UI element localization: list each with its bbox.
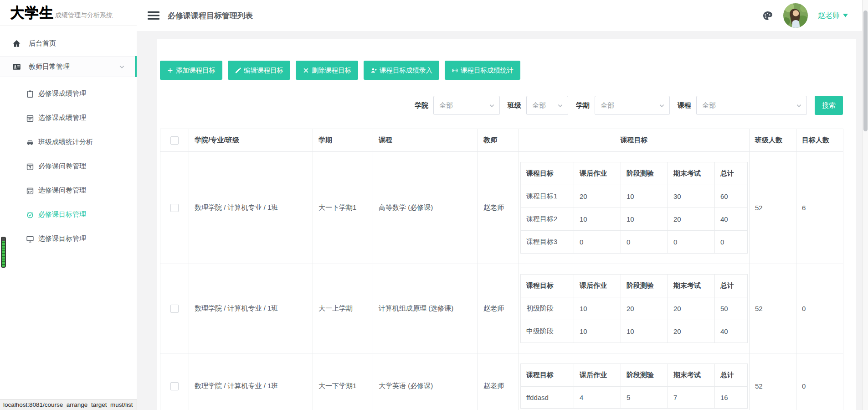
calendar-question-icon xyxy=(26,162,34,171)
alarm-check-icon xyxy=(26,211,34,219)
goal-table: 课程目标 课后作业 阶段测验 期末考试 总计 ffddasd45716 xyxy=(520,363,748,409)
goal-col-name: 课程目标 xyxy=(521,275,574,297)
filter-bar: 学院 全部 班级 全部 学期 全部 课程 全部 搜索 xyxy=(160,96,843,115)
col-header-class: 学院/专业/班级 xyxy=(189,129,313,152)
cell-goals: 课程目标 课后作业 阶段测验 期末考试 总计 课程目标120103060 课程目… xyxy=(519,152,750,264)
sidebar-subitem-0[interactable]: 必修课成绩管理 xyxy=(0,82,137,106)
goal-col-name: 课程目标 xyxy=(521,364,574,387)
filter-course: 课程 全部 xyxy=(678,96,807,115)
sidebar-subitem-4[interactable]: 选修课问卷管理 xyxy=(0,178,137,202)
cell-teacher: 赵老师 xyxy=(478,353,519,410)
toolbar: 添加课程目标 编辑课程目标 删除课程目标 课程目标成绩录入 课程目标成绩统计 xyxy=(160,61,843,80)
course-goal-table: 学院/专业/班级 学期 课程 教师 课程目标 班级人数 目标人数 数理学院 / … xyxy=(160,129,843,410)
goal-header-row: 课程目标 课后作业 阶段测验 期末考试 总计 xyxy=(521,364,748,387)
goal-col-final-exam: 期末考试 xyxy=(668,275,715,297)
close-icon xyxy=(303,67,309,74)
cell-class: 数理学院 / 计算机专业 / 1班 xyxy=(189,152,313,264)
goal-col-name: 课程目标 xyxy=(521,162,574,185)
cell-goals: 课程目标 课后作业 阶段测验 期末考试 总计 初级阶段10202050 中级阶段… xyxy=(519,264,750,353)
filter-select[interactable]: 全部 xyxy=(433,96,500,115)
filter-select[interactable]: 全部 xyxy=(696,96,807,115)
app-logo-title: 大学生 xyxy=(10,3,54,22)
goal-col-stage-test: 阶段测验 xyxy=(621,162,668,185)
edit-course-goal-button[interactable]: 编辑课程目标 xyxy=(228,61,290,80)
sidebar-subitem-3[interactable]: 必修课问卷管理 xyxy=(0,154,137,178)
table-row-1: 数理学院 / 计算机专业 / 1班 大一上学期 计算机组成原理 (选修课) 赵老… xyxy=(160,264,843,353)
add-course-goal-button[interactable]: 添加课程目标 xyxy=(160,61,222,80)
sidebar: 大学生 成绩管理与分析系统 后台首页 教师日常管理 必修课成绩管理 选修课成绩管… xyxy=(0,0,137,410)
goal-col-stage-test: 阶段测验 xyxy=(621,275,668,297)
theme-button[interactable] xyxy=(762,10,773,21)
page-title: 必修课课程目标管理列表 xyxy=(168,10,253,21)
goal-row: 中级阶段10102040 xyxy=(521,320,748,343)
page-scrollbar[interactable] xyxy=(862,0,868,410)
app-logo[interactable]: 大学生 成绩管理与分析系统 xyxy=(0,0,137,26)
cell-class-size: 52 xyxy=(750,152,796,264)
goal-col-total: 总计 xyxy=(715,162,748,185)
goal-score-stats-button[interactable]: 课程目标成绩统计 xyxy=(445,61,520,80)
goal-header-row: 课程目标 课后作业 阶段测验 期末考试 总计 xyxy=(521,162,748,185)
col-header-semester: 学期 xyxy=(313,129,373,152)
cell-semester: 大一上学期 xyxy=(313,264,373,353)
car-icon xyxy=(26,138,34,146)
sidebar-subitem-6[interactable]: 选修课目标管理 xyxy=(0,227,137,251)
goal-col-homework: 课后作业 xyxy=(574,275,621,297)
cell-course: 计算机组成原理 (选修课) xyxy=(373,264,478,353)
goal-table: 课程目标 课后作业 阶段测验 期末考试 总计 初级阶段10202050 中级阶段… xyxy=(520,274,748,343)
calendar-dots-icon xyxy=(26,187,34,195)
goal-col-stage-test: 阶段测验 xyxy=(621,364,668,387)
active-menu-indicator xyxy=(135,56,137,77)
goal-row: 课程目标210102040 xyxy=(521,208,748,231)
chevron-down-icon xyxy=(557,103,563,109)
sidebar-toggle-button[interactable] xyxy=(148,11,159,20)
cell-target-count: 6 xyxy=(796,152,843,264)
sidebar-subitem-5[interactable]: 必修课目标管理 xyxy=(0,202,137,227)
cell-course: 高等数学 (必修课) xyxy=(373,152,478,264)
cell-class: 数理学院 / 计算机专业 / 1班 xyxy=(189,353,313,410)
goal-col-total: 总计 xyxy=(715,275,748,297)
delete-course-goal-button[interactable]: 删除课程目标 xyxy=(296,61,358,80)
filter-class: 班级 全部 xyxy=(508,96,568,115)
goal-header-row: 课程目标 课后作业 阶段测验 期末考试 总计 xyxy=(521,275,748,297)
page-scrollbar-thumb[interactable] xyxy=(863,10,868,131)
select-all-checkbox[interactable] xyxy=(170,136,179,145)
row-checkbox[interactable] xyxy=(170,305,179,313)
status-url: localhost:8081/course_arrange_target_mus… xyxy=(0,400,137,410)
row-checkbox[interactable] xyxy=(170,204,179,212)
goal-score-entry-button[interactable]: 课程目标成绩录入 xyxy=(364,61,439,80)
caret-down-icon xyxy=(843,14,848,17)
goal-col-final-exam: 期末考试 xyxy=(668,162,715,185)
col-header-target-count: 目标人数 xyxy=(796,129,843,152)
table-row-0: 数理学院 / 计算机专业 / 1班 大一下学期1 高等数学 (必修课) 赵老师 … xyxy=(160,152,843,264)
main-content: 添加课程目标 编辑课程目标 删除课程目标 课程目标成绩录入 课程目标成绩统计 学… xyxy=(137,31,868,410)
goal-col-total: 总计 xyxy=(715,364,748,387)
content-card: 添加课程目标 编辑课程目标 删除课程目标 课程目标成绩录入 课程目标成绩统计 学… xyxy=(157,39,856,410)
goal-row: ffddasd45716 xyxy=(521,387,748,409)
filter-semester: 学期 全部 xyxy=(576,96,670,115)
sidebar-subitem-2[interactable]: 班级成绩统计分析 xyxy=(0,130,137,154)
cell-course: 大学英语 (必修课) xyxy=(373,353,478,410)
col-header-class-size: 班级人数 xyxy=(750,129,796,152)
cell-goals: 课程目标 课后作业 阶段测验 期末考试 总计 ffddasd45716 xyxy=(519,353,750,410)
user-menu[interactable]: 赵老师 xyxy=(818,11,848,21)
goal-table: 课程目标 课后作业 阶段测验 期末考试 总计 课程目标120103060 课程目… xyxy=(520,162,748,254)
goal-row: 课程目标30000 xyxy=(521,231,748,254)
goal-col-final-exam: 期末考试 xyxy=(668,364,715,387)
id-card-icon xyxy=(12,62,21,71)
sidebar-subitem-1[interactable]: 选修课成绩管理 xyxy=(0,106,137,130)
home-icon xyxy=(12,39,21,48)
row-checkbox[interactable] xyxy=(170,382,179,390)
sidebar-item-home[interactable]: 后台首页 xyxy=(0,33,137,53)
filter-select[interactable]: 全部 xyxy=(595,96,670,115)
filter-college: 学院 全部 xyxy=(415,96,500,115)
user-avatar[interactable] xyxy=(783,3,808,28)
filter-select[interactable]: 全部 xyxy=(526,96,568,115)
sidebar-item-teacher-daily[interactable]: 教师日常管理 xyxy=(0,56,137,77)
cell-semester: 大一下学期1 xyxy=(313,353,373,410)
col-header-course: 课程 xyxy=(373,129,478,152)
goal-row: 初级阶段10202050 xyxy=(521,297,748,320)
sidebar-submenu: 必修课成绩管理 选修课成绩管理 班级成绩统计分析 必修课问卷管理 选修课问卷管理… xyxy=(0,77,137,251)
user-plus-icon xyxy=(370,67,377,74)
search-button[interactable]: 搜索 xyxy=(815,96,843,115)
cell-teacher: 赵老师 xyxy=(478,152,519,264)
